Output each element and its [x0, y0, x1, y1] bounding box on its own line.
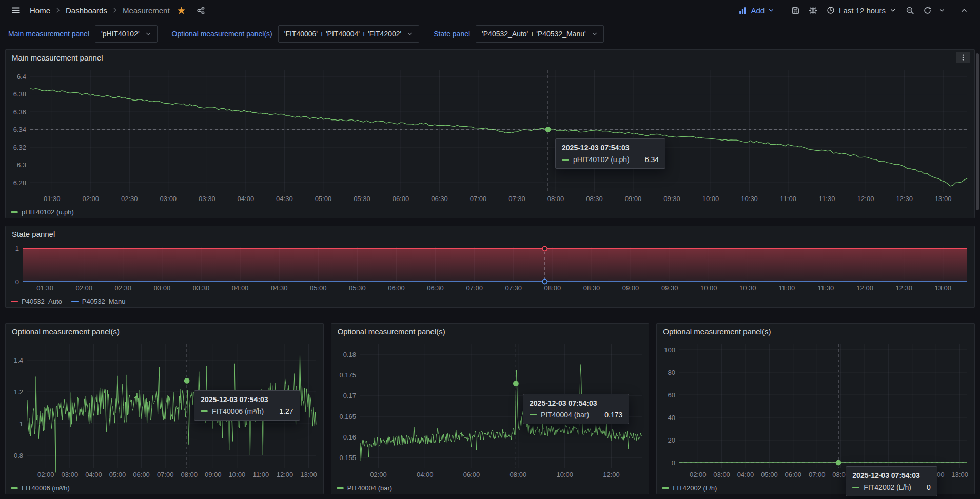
menu-icon [11, 6, 21, 15]
tooltip-series-row: pHIT40102 (u.ph)6.34 [562, 155, 659, 164]
svg-text:10:00: 10:00 [556, 471, 573, 478]
chevron-up-icon [961, 7, 968, 14]
optional-panels-row: Optional measurement panel(s) 0.811.21.4… [5, 323, 975, 494]
state-chart-legend: P40532_AutoP40532_Manu [11, 297, 125, 305]
legend-item[interactable]: pHIT40102 (u.ph) [11, 208, 74, 216]
refresh-button[interactable] [919, 3, 935, 18]
legend-swatch [71, 301, 79, 302]
svg-text:05:00: 05:00 [109, 471, 126, 478]
svg-text:0.17: 0.17 [343, 392, 356, 400]
svg-text:11:00: 11:00 [253, 471, 269, 478]
breadcrumb-item-dashboards[interactable]: Dashboards [66, 6, 107, 15]
legend-item[interactable]: P40532_Auto [11, 297, 62, 305]
svg-text:02:00: 02:00 [370, 471, 387, 478]
panel-title[interactable]: Optional measurement panel(s) [661, 327, 773, 336]
svg-text:10:30: 10:30 [739, 284, 756, 292]
chevron-right-icon [54, 7, 62, 14]
nav-right-toolbar: Add [734, 3, 972, 18]
variable-value-dropdown[interactable]: 'P40532_Auto' + 'P40532_Manu' [476, 25, 604, 43]
fit40006-chart-canvas[interactable]: 0.811.21.402:0003:0004:0005:0006:0007:00… [6, 339, 323, 481]
time-range-picker[interactable]: Last 12 hours [822, 3, 900, 18]
svg-text:03:00: 03:00 [160, 195, 177, 203]
svg-text:06:00: 06:00 [785, 471, 802, 478]
svg-text:07:30: 07:30 [505, 284, 522, 292]
svg-text:07:00: 07:00 [466, 284, 483, 292]
svg-text:05:30: 05:30 [349, 284, 366, 292]
top-nav: Home Dashboards Measurement [0, 0, 980, 21]
caret-down-icon [890, 7, 896, 13]
svg-text:02:30: 02:30 [115, 284, 132, 292]
add-button[interactable]: Add [734, 3, 778, 18]
variable-value-dropdown[interactable]: 'pHIT40102' [95, 25, 158, 43]
tooltip-timestamp: 2025-12-03 07:54:03 [530, 399, 622, 407]
svg-text:13:00: 13:00 [935, 284, 952, 292]
panel-title[interactable]: Optional measurement panel(s) [336, 327, 447, 336]
legend-item[interactable]: FIT40006 (m³/h) [11, 484, 70, 492]
refresh-interval-button[interactable] [937, 3, 947, 18]
legend-swatch [11, 301, 18, 302]
tooltip-timestamp: 2025-12-03 07:54:03 [852, 471, 930, 480]
svg-text:11:30: 11:30 [819, 195, 835, 203]
svg-text:02:00: 02:00 [37, 471, 54, 478]
svg-text:0.155: 0.155 [339, 454, 356, 462]
legend-swatch [662, 487, 669, 489]
panel-optional-fit40006: Optional measurement panel(s) 0.811.21.4… [5, 323, 324, 494]
svg-text:1: 1 [15, 245, 19, 252]
svg-text:40: 40 [668, 414, 675, 422]
chart-tooltip: 2025-12-03 07:54:03PIT40004 (bar)0.173 [523, 394, 629, 424]
collapse-button[interactable] [956, 3, 972, 18]
svg-text:01:30: 01:30 [36, 284, 53, 292]
save-icon [791, 6, 800, 15]
panel-title[interactable]: Main measurement pannel [10, 53, 105, 62]
chevron-right-icon [111, 7, 119, 14]
svg-text:07:00: 07:00 [470, 195, 487, 203]
svg-text:04:00: 04:00 [417, 471, 434, 478]
svg-text:0.16: 0.16 [343, 433, 356, 441]
panel-menu-button[interactable] [956, 52, 970, 63]
caret-down-icon [145, 31, 151, 37]
fit42002-chart-canvas[interactable]: 02040608010002:0003:0004:0005:0006:0007:… [657, 339, 974, 481]
chart-tooltip: 2025-12-03 07:54:03FIT40006 (m³/h)1.27 [194, 390, 300, 421]
svg-text:08:30: 08:30 [586, 195, 603, 203]
svg-text:0.8: 0.8 [14, 452, 23, 460]
variable-state-panel: State panel 'P40532_Auto' + 'P40532_Manu… [434, 25, 603, 43]
panel-state: State pannel 0101:3002:0002:3003:0003:30… [5, 226, 975, 308]
svg-text:04:00: 04:00 [232, 284, 249, 292]
save-dashboard-button[interactable] [788, 3, 803, 18]
svg-text:11:30: 11:30 [818, 284, 834, 292]
kebab-icon [959, 54, 967, 61]
variable-value-dropdown[interactable]: 'FIT40006' + 'PIT40004' + 'FIT42002' [278, 25, 420, 43]
caret-down-icon [592, 31, 598, 37]
breadcrumb-item-home[interactable]: Home [30, 6, 50, 15]
zoom-out-button[interactable] [902, 3, 917, 18]
variable-main-measurement: Main measurement panel 'pHIT40102' [8, 25, 158, 43]
share-button[interactable] [193, 3, 209, 18]
settings-button[interactable] [805, 3, 820, 18]
panel-title[interactable]: Optional measurement panel(s) [10, 327, 122, 336]
panel-header: Optional measurement panel(s) [6, 324, 323, 339]
svg-text:06:00: 06:00 [393, 195, 409, 203]
time-range-label: Last 12 hours [839, 6, 886, 15]
svg-text:06:00: 06:00 [133, 471, 150, 478]
svg-text:05:00: 05:00 [315, 195, 332, 203]
main-chart-canvas[interactable]: 6.286.36.326.346.366.386.401:3002:0002:3… [6, 65, 974, 205]
legend-swatch [337, 487, 344, 489]
pit40004-chart-legend: PIT40004 (bar) [337, 484, 392, 492]
legend-item[interactable]: P40532_Manu [71, 297, 126, 305]
tooltip-series-row: PIT40004 (bar)0.173 [530, 411, 622, 419]
pit40004-chart-canvas[interactable]: 0.1550.160.1650.170.1750.1802:0004:0006:… [331, 339, 649, 481]
series-swatch [201, 410, 208, 412]
caret-down-icon [768, 7, 774, 13]
panel-header: Main measurement pannel [6, 50, 974, 65]
favorite-button[interactable] [174, 3, 189, 18]
scrollbar-thumb[interactable] [976, 53, 979, 210]
panel-title[interactable]: State pannel [10, 230, 57, 238]
svg-text:06:30: 06:30 [431, 195, 448, 203]
state-chart-canvas[interactable]: 0101:3002:0002:3003:0003:3004:0004:3005:… [6, 242, 974, 294]
series-swatch [530, 414, 537, 415]
legend-item[interactable]: PIT40004 (bar) [337, 484, 392, 492]
legend-item[interactable]: FIT42002 (L/h) [662, 484, 717, 492]
fit42002-chart-legend: FIT42002 (L/h) [662, 484, 717, 492]
menu-button[interactable] [8, 3, 24, 18]
svg-text:6.3: 6.3 [17, 161, 26, 169]
